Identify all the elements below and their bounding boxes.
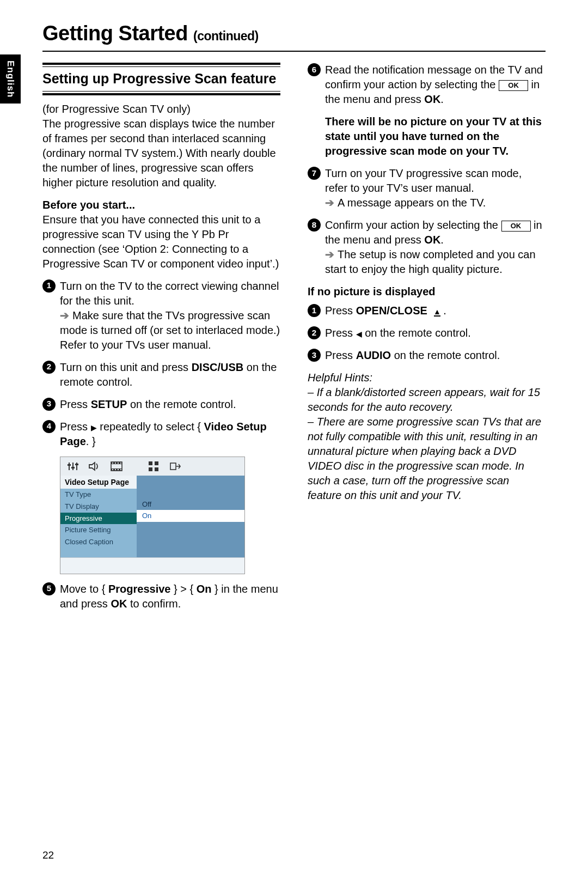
t: Progressive	[108, 583, 171, 595]
svg-rect-12	[118, 463, 119, 464]
page-title: Getting Started (continued)	[42, 20, 546, 52]
t: repeatedly to select {	[97, 421, 204, 433]
svg-rect-1	[72, 463, 74, 470]
svg-rect-20	[149, 467, 152, 471]
step-6: 6 Read the notification message on the T…	[308, 63, 546, 107]
svg-rect-22	[170, 463, 176, 470]
hints-2: – There are some progressive scan TVs th…	[308, 415, 546, 503]
step-body: Press on the remote control.	[325, 326, 546, 340]
intro-note: (for Progressive Scan TV only)	[42, 103, 191, 115]
step7-sub: A message appears on the TV.	[325, 196, 546, 210]
rule	[42, 66, 280, 67]
step8-sub: The setup is now completed and you can s…	[325, 247, 546, 277]
np-step-1: 1 Press OPEN/CLOSE .	[308, 303, 546, 318]
osd-item: TV Display	[60, 501, 137, 513]
step-body: Press OPEN/CLOSE .	[325, 303, 546, 318]
settings-equalizer-icon	[66, 461, 80, 472]
t: on the remote control.	[362, 327, 471, 339]
np-step-2: 2 Press on the remote control.	[308, 326, 546, 340]
svg-rect-18	[149, 461, 152, 465]
step-number-badge: 5	[42, 582, 56, 595]
step-body: Turn on the TV to the correct viewing ch…	[60, 279, 280, 352]
before-start: Before you start... Ensure that you have…	[42, 198, 280, 271]
step-number-badge: 2	[42, 361, 56, 374]
t: Turn on your TV progressive scan mode, r…	[325, 167, 522, 194]
rule	[42, 93, 280, 95]
step-body: Move to { Progressive } > { On } in the …	[60, 582, 280, 611]
step-1: 1 Turn on the TV to the correct viewing …	[42, 279, 280, 352]
osd-body: Video Setup Page TV Type TV Display Prog…	[60, 476, 244, 557]
page-number: 22	[42, 848, 54, 862]
language-tab-label: English	[4, 60, 17, 98]
osd-option-off: Off	[137, 498, 244, 510]
page-title-main: Getting Started	[42, 22, 188, 45]
svg-rect-19	[155, 461, 158, 465]
step-body: Press repeatedly to select { Video Setup…	[60, 419, 280, 449]
step-2: 2 Turn on this unit and press DISC/USB o…	[42, 360, 280, 390]
step-number-badge: 1	[308, 304, 321, 317]
content-columns: Setting up Progressive Scan feature (for…	[42, 63, 546, 618]
osd-item: Picture Setting	[60, 524, 137, 536]
svg-marker-6	[89, 463, 95, 470]
t: Press	[325, 349, 356, 361]
step-3: 3 Press SETUP on the remote control.	[42, 397, 280, 412]
svg-rect-10	[112, 463, 113, 464]
svg-rect-14	[112, 469, 113, 470]
osd-tab-bar	[60, 457, 244, 476]
step-number-badge: 2	[308, 326, 321, 339]
t: on the remote control.	[127, 398, 236, 410]
before-start-body: Ensure that you have connected this unit…	[42, 214, 279, 270]
t: SETUP	[91, 398, 127, 410]
speaker-icon	[88, 461, 102, 472]
eject-icon	[433, 305, 440, 317]
t: Press	[60, 398, 91, 410]
osd-menu-screenshot: Video Setup Page TV Type TV Display Prog…	[60, 457, 245, 574]
osd-page-title: Video Setup Page	[60, 476, 137, 489]
right-triangle-icon	[91, 421, 97, 433]
manual-page: English Getting Started (continued) Sett…	[0, 0, 588, 882]
step-number-badge: 6	[308, 63, 321, 76]
warning-text: There will be no picture on your TV at t…	[308, 114, 546, 159]
osd-option-on: On	[137, 510, 244, 522]
step1-text: Turn on the TV to the correct viewing ch…	[60, 280, 279, 307]
t: Press	[60, 421, 91, 433]
t: to confirm.	[127, 598, 181, 610]
t: Press	[325, 305, 356, 317]
t: on the remote control.	[391, 349, 500, 361]
t: On	[197, 583, 212, 595]
t: .	[440, 305, 446, 317]
osd-item: Closed Caption	[60, 536, 137, 548]
ok-box-icon: OK	[501, 221, 531, 232]
t: Confirm your action by selecting the	[325, 219, 501, 231]
t: OK	[111, 598, 127, 610]
step-number-badge: 3	[42, 398, 56, 411]
t: OK	[424, 93, 440, 105]
left-column: Setting up Progressive Scan feature (for…	[42, 63, 280, 618]
rule	[42, 63, 280, 65]
svg-rect-13	[120, 463, 121, 464]
step-number-badge: 4	[42, 420, 56, 433]
t: OPEN/CLOSE	[356, 305, 427, 317]
t: DISC/USB	[192, 361, 244, 373]
step-8: 8 Confirm your action by selecting the O…	[308, 218, 546, 277]
intro-body: The progressive scan displays twice the …	[42, 118, 276, 188]
svg-rect-3	[68, 464, 71, 466]
step-7: 7 Turn on your TV progressive scan mode,…	[308, 166, 546, 210]
svg-rect-5	[75, 464, 78, 465]
step-number-badge: 8	[308, 218, 321, 232]
right-column: 6 Read the notification message on the T…	[308, 63, 546, 618]
osd-item-selected: Progressive	[60, 513, 137, 525]
t: .	[440, 93, 444, 105]
video-filmstrip-icon	[109, 461, 124, 472]
helpful-hints: Helpful Hints: – If a blank/distorted sc…	[308, 370, 546, 503]
intro-paragraph: (for Progressive Scan TV only) The progr…	[42, 102, 280, 190]
t: Press	[325, 327, 356, 339]
ok-box-icon: OK	[499, 80, 528, 91]
no-picture-heading: If no picture is displayed	[308, 284, 546, 299]
step-body: Turn on this unit and press DISC/USB on …	[60, 360, 280, 390]
hints-1: – If a blank/distorted screen appears, w…	[308, 385, 546, 415]
svg-rect-15	[115, 469, 116, 470]
svg-rect-0	[69, 463, 70, 470]
t: Turn on this unit and press	[60, 361, 192, 373]
osd-left-panel: Video Setup Page TV Type TV Display Prog…	[60, 476, 137, 557]
